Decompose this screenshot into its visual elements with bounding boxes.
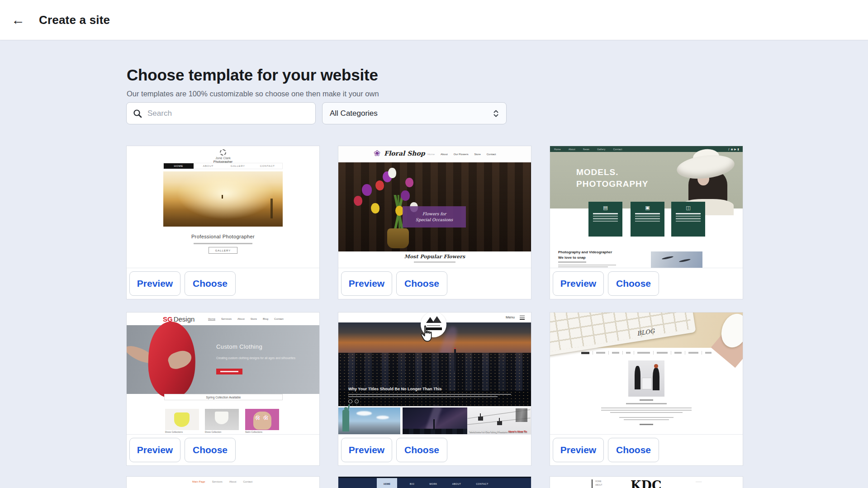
feature-card-videography: ▤ [588, 202, 622, 237]
template-card-partial-left: Main Page Services About Contact [126, 476, 320, 488]
preview-button[interactable]: Preview [341, 271, 392, 296]
text-line [601, 407, 692, 408]
template-thumbnail-partial-left[interactable]: Main Page Services About Contact [127, 477, 319, 488]
thumb-nav-item: Services [212, 480, 223, 483]
mountain-logo-badge [421, 313, 446, 337]
thumb-nav-item-active: HOME [377, 478, 397, 488]
thumb-nav-item: Home [554, 148, 561, 151]
thumb-nav-item: CONTACT [476, 483, 488, 485]
flower-vase [387, 228, 409, 248]
card-footer: Preview Choose [550, 435, 743, 465]
template-row-1: Jone Clark Photographer HOME ABOUT GALLE… [126, 146, 743, 299]
model-torso [253, 412, 271, 430]
choose-button[interactable]: Choose [608, 271, 659, 296]
preview-button[interactable]: Preview [553, 271, 604, 296]
mountain-icon [432, 316, 441, 323]
person-figure [653, 368, 659, 390]
thumb-logo: Jone Clark Photographer [127, 149, 319, 163]
hamburger-menu-icon [520, 316, 525, 320]
thumb-content-title: Photography and Videographer [558, 250, 612, 254]
thumb-hero-banner: Flowers for Special Occasions [403, 206, 466, 227]
template-thumbnail-partial-center[interactable]: HOME BIO WORK ABOUT CONTACT [338, 477, 531, 488]
card-footer: Preview Choose [338, 435, 531, 465]
thumb-nav-item: ABOUT [595, 483, 602, 487]
text-line [640, 399, 653, 401]
flower-icon: ❀ [374, 149, 380, 157]
lift-chair [478, 417, 483, 421]
choose-button[interactable]: Choose [396, 271, 447, 296]
template-card-partial-right: HOME ABOUT KDC ——— [550, 476, 743, 488]
lift-tower [516, 408, 527, 422]
thumb-tagline-line [414, 261, 455, 263]
thumb-hero-title: MODELS. PHOTOGRAPHY [576, 166, 649, 190]
post-thumb-statue-of-liberty [338, 407, 400, 435]
template-thumbnail-partial-right[interactable]: HOME ABOUT KDC ——— [550, 477, 743, 488]
text-line [593, 216, 618, 217]
text-line [601, 410, 692, 411]
choose-button[interactable]: Choose [396, 438, 447, 462]
topbar: ← Create a site [0, 0, 868, 40]
text-line [676, 221, 701, 222]
post-thumb-ski-lift: Welcome to Our Blog FeatureHere's How To [467, 407, 531, 435]
avatar-icon [355, 399, 359, 403]
salon-chair [642, 378, 652, 389]
thumb-nav-item: Gallery [597, 148, 606, 151]
choose-button[interactable]: Choose [185, 438, 236, 462]
category-dropdown[interactable]: All Categories [322, 102, 507, 124]
search-box[interactable] [126, 102, 316, 124]
template-card-photographer: Jone Clark Photographer HOME ABOUT GALLE… [126, 146, 320, 299]
card-footer: Preview Choose [338, 268, 531, 299]
choose-button[interactable]: Choose [185, 271, 236, 296]
text-line [558, 265, 616, 265]
thumb-nav-item: Contact [487, 153, 496, 156]
white-dress [215, 412, 228, 424]
template-card-partial-center: HOME BIO WORK ABOUT CONTACT [338, 476, 531, 488]
walking-figure [222, 195, 223, 199]
thumb-nav-item: About [229, 480, 237, 483]
sunset-field-hero-image [163, 171, 283, 227]
preview-button[interactable]: Preview [553, 438, 604, 462]
template-card-keyboard-blog: BLOG [550, 312, 743, 466]
back-arrow-icon[interactable]: ← [8, 10, 28, 30]
salon-photo [628, 360, 664, 397]
thumb-nav-item [581, 352, 589, 354]
product-image-yellow-dress [165, 409, 199, 430]
template-thumbnail-city-blog[interactable]: Menu Why Your Titles Should Be No Longer… [338, 313, 531, 435]
search-input[interactable] [147, 109, 309, 118]
camera-shutter-icon [220, 149, 226, 156]
template-thumbnail-keyboard-blog[interactable]: BLOG [550, 313, 743, 435]
choose-button[interactable]: Choose [608, 438, 659, 462]
thumb-nav-item: About [569, 148, 575, 151]
text-line [635, 221, 660, 222]
eye-shape [662, 256, 674, 260]
thumb-nav-item: Home [427, 153, 435, 156]
template-thumbnail-photographer[interactable]: Jone Clark Photographer HOME ABOUT GALLE… [127, 146, 319, 268]
text-line [635, 218, 660, 219]
thumb-nav-item: News [583, 148, 589, 151]
thumb-section-title: Spring Collection Available [164, 394, 283, 400]
text-line [635, 213, 660, 214]
card-footer: Preview Choose [127, 435, 319, 465]
yellow-dress [174, 412, 190, 427]
preview-button[interactable]: Preview [341, 438, 392, 462]
cloud [356, 411, 372, 416]
keyboard-desk-hero-image: BLOG [550, 313, 743, 348]
text-line [626, 403, 667, 404]
tower-spire [433, 419, 435, 430]
preview-button[interactable]: Preview [129, 438, 180, 462]
thumb-nav-item [637, 352, 650, 354]
thumb-navbar: Home Services About Store Blog Contact [208, 317, 284, 321]
product-label: Dress Collection [205, 431, 221, 433]
bikini-top [255, 415, 260, 420]
preview-button[interactable]: Preview [129, 271, 180, 296]
template-thumbnail-floral-shop[interactable]: ❀ Floral Shop Home About Our Flowers Sto… [338, 146, 531, 268]
thumb-menu-label: Menu [506, 315, 515, 319]
tower-spire [454, 349, 456, 371]
tulip [388, 168, 396, 178]
template-thumbnail-models-photography[interactable]: Home About News Gallery Contact ƒ ◉ ▶ ▮ … [550, 146, 743, 268]
feature-card-photography: ◫ [671, 202, 705, 237]
template-thumbnail-sg-design[interactable]: SGDesign Home Services About Store Blog … [127, 313, 319, 435]
text-line [676, 216, 701, 217]
thumb-title: Professional Photographer [127, 234, 319, 239]
thumb-section: Most Popular Flowers [338, 251, 531, 268]
